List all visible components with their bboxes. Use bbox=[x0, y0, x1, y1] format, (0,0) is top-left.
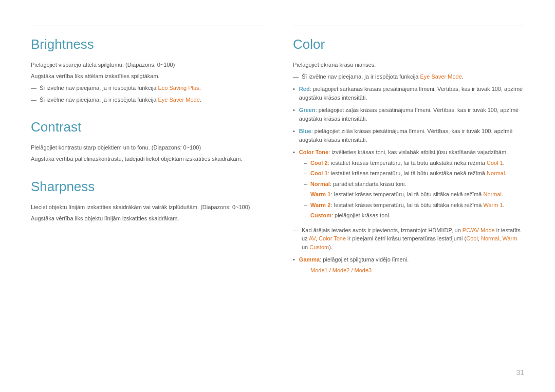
color-blue-item: • Blue: pielāgojiet zilās krāsas piesāti… bbox=[293, 127, 524, 144]
brightness-note2: ― Šī izvēlne nav pieejama, ja ir iespējo… bbox=[31, 96, 262, 104]
color-desc: Pielāgojiet ekrāna krāsu nianses. bbox=[293, 61, 524, 70]
color-green-item: • Green: pielāgojiet zaļās krāsas piesāt… bbox=[293, 106, 524, 123]
brightness-body: Pielāgojiet vispārējo attēla spilgtumu. … bbox=[31, 61, 262, 104]
sub-normal: – Normal: parādiet standarta krāsu toni. bbox=[304, 180, 508, 189]
color-note-top: ― Šī izvēlne nav pieejama, ja ir iespējo… bbox=[293, 72, 524, 81]
contrast-body: Pielāgojiet kontrastu starp objektiem un… bbox=[31, 143, 262, 163]
color-tone-item: • Color Tone: izvēlieties krāsas toni, k… bbox=[293, 148, 524, 222]
sub-custom: – Custom: pielāgojiet krāsas toni. bbox=[304, 211, 508, 220]
brightness-note1: ― Šī izvēlne nav pieejama, ja ir iespējo… bbox=[31, 84, 262, 92]
sharpness-desc2: Augstāka vērtība liks objektu līnijām iz… bbox=[31, 214, 262, 223]
color-bullet-list: • Red: pielāgojiet sarkanās krāsas piesā… bbox=[293, 85, 524, 222]
color-gamma-item: • Gamma: pielāgojiet spilgtuma vidējo lī… bbox=[293, 255, 524, 276]
contrast-title: Contrast bbox=[31, 119, 262, 135]
brightness-desc1: Pielāgojiet vispārējo attēla spilgtumu. … bbox=[31, 61, 262, 70]
gamma-bullet-list: • Gamma: pielāgojiet spilgtuma vidējo lī… bbox=[293, 255, 524, 276]
sharpness-title: Sharpness bbox=[31, 179, 262, 195]
brightness-desc2: Augstāka vērtība liks attēlam izskatītie… bbox=[31, 72, 262, 81]
brightness-title: Brightness bbox=[31, 36, 262, 52]
sub-warm2: – Warm 2: Iestatiet krāsas temperatūru, … bbox=[304, 201, 508, 210]
sub-cool1: – Cool 1: iestatiet krāsas temperatūru, … bbox=[304, 169, 508, 178]
sub-gamma-modes: – Mode1 / Mode2 / Mode3 bbox=[304, 266, 409, 275]
sub-warm1: – Warm 1: Iestatiet krāsas temperatūru, … bbox=[304, 190, 508, 199]
left-column: Brightness Pielāgojiet vispārējo attēla … bbox=[31, 26, 262, 281]
contrast-desc1: Pielāgojiet kontrastu starp objektiem un… bbox=[31, 143, 262, 153]
color-body: Pielāgojiet ekrāna krāsu nianses. ― Šī i… bbox=[293, 61, 524, 276]
color-note-mid: ― Kad ārējais ievades avots ir pievienot… bbox=[293, 226, 524, 252]
color-red-item: • Red: pielāgojiet sarkanās krāsas piesā… bbox=[293, 85, 524, 102]
sharpness-desc1: Lieciet objektu līnijām izskatīties skai… bbox=[31, 203, 262, 212]
contrast-section: Contrast Pielāgojiet kontrastu starp obj… bbox=[31, 119, 262, 163]
color-tone-sub-list: – Cool 2: iestatiet krāsas temperatūru, … bbox=[304, 159, 508, 220]
sub-cool2: – Cool 2: iestatiet krāsas temperatūru, … bbox=[304, 159, 508, 167]
sharpness-body: Lieciet objektu līnijām izskatīties skai… bbox=[31, 203, 262, 223]
sharpness-section: Sharpness Lieciet objektu līnijām izskat… bbox=[31, 179, 262, 223]
contrast-desc2: Augstāka vērtība palielināskontrastu, tā… bbox=[31, 155, 262, 164]
page-number: 31 bbox=[516, 368, 524, 377]
brightness-section: Brightness Pielāgojiet vispārējo attēla … bbox=[31, 36, 262, 104]
color-title: Color bbox=[293, 36, 524, 52]
gamma-sub-list: – Mode1 / Mode2 / Mode3 bbox=[304, 266, 409, 275]
right-column: Color Pielāgojiet ekrāna krāsu nianses. … bbox=[293, 26, 524, 281]
